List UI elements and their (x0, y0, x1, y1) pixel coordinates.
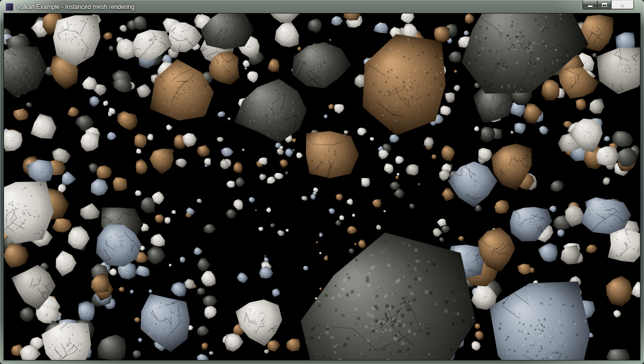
app-window: Vulkan Example - Instanced mesh renderin… (0, 0, 644, 364)
window-controls: × (582, 0, 634, 10)
render-viewport[interactable] (4, 14, 640, 360)
viewport-frame (4, 14, 640, 360)
close-button[interactable]: × (611, 0, 634, 10)
app-icon (6, 3, 14, 11)
titlebar[interactable]: Vulkan Example - Instanced mesh renderin… (4, 0, 640, 14)
minimize-button[interactable] (582, 0, 597, 10)
minimize-icon (588, 6, 592, 7)
maximize-button[interactable] (597, 0, 611, 10)
maximize-icon (602, 3, 607, 7)
close-icon: × (620, 1, 624, 9)
window-title: Vulkan Example - Instanced mesh renderin… (16, 4, 134, 10)
